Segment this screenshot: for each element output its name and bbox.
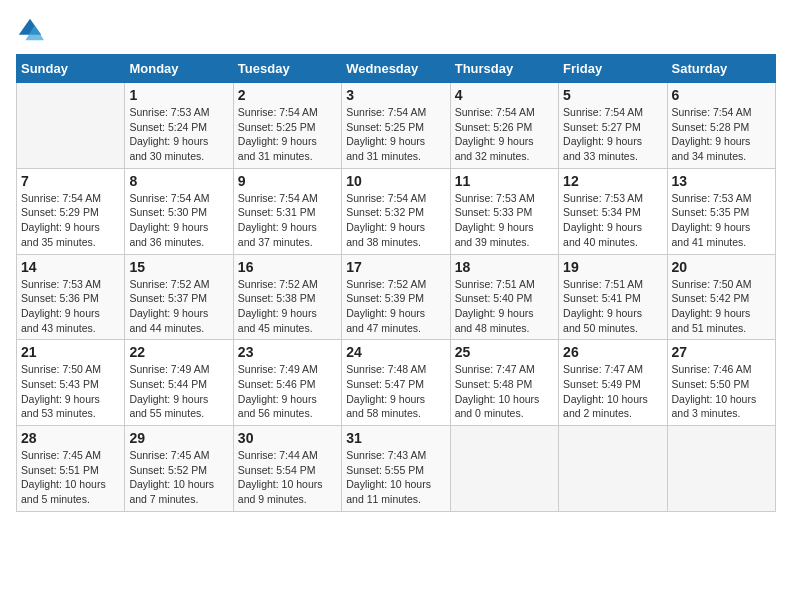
calendar-cell xyxy=(559,426,667,512)
weekday-header: Saturday xyxy=(667,55,775,83)
day-number: 20 xyxy=(672,259,771,275)
day-info: Sunrise: 7:53 AM Sunset: 5:34 PM Dayligh… xyxy=(563,191,662,250)
calendar-week-row: 14Sunrise: 7:53 AM Sunset: 5:36 PM Dayli… xyxy=(17,254,776,340)
calendar-body: 1Sunrise: 7:53 AM Sunset: 5:24 PM Daylig… xyxy=(17,83,776,512)
day-number: 13 xyxy=(672,173,771,189)
calendar-cell: 5Sunrise: 7:54 AM Sunset: 5:27 PM Daylig… xyxy=(559,83,667,169)
day-number: 16 xyxy=(238,259,337,275)
calendar-week-row: 7Sunrise: 7:54 AM Sunset: 5:29 PM Daylig… xyxy=(17,168,776,254)
day-number: 22 xyxy=(129,344,228,360)
calendar-cell: 9Sunrise: 7:54 AM Sunset: 5:31 PM Daylig… xyxy=(233,168,341,254)
day-info: Sunrise: 7:48 AM Sunset: 5:47 PM Dayligh… xyxy=(346,362,445,421)
day-number: 4 xyxy=(455,87,554,103)
day-info: Sunrise: 7:51 AM Sunset: 5:41 PM Dayligh… xyxy=(563,277,662,336)
day-info: Sunrise: 7:53 AM Sunset: 5:35 PM Dayligh… xyxy=(672,191,771,250)
calendar-cell: 7Sunrise: 7:54 AM Sunset: 5:29 PM Daylig… xyxy=(17,168,125,254)
day-info: Sunrise: 7:51 AM Sunset: 5:40 PM Dayligh… xyxy=(455,277,554,336)
weekday-header: Sunday xyxy=(17,55,125,83)
calendar-cell xyxy=(450,426,558,512)
day-number: 23 xyxy=(238,344,337,360)
logo-icon xyxy=(16,16,44,44)
weekday-header: Wednesday xyxy=(342,55,450,83)
day-info: Sunrise: 7:52 AM Sunset: 5:37 PM Dayligh… xyxy=(129,277,228,336)
day-number: 25 xyxy=(455,344,554,360)
calendar-cell: 16Sunrise: 7:52 AM Sunset: 5:38 PM Dayli… xyxy=(233,254,341,340)
calendar-cell: 15Sunrise: 7:52 AM Sunset: 5:37 PM Dayli… xyxy=(125,254,233,340)
calendar-cell: 10Sunrise: 7:54 AM Sunset: 5:32 PM Dayli… xyxy=(342,168,450,254)
calendar-table: SundayMondayTuesdayWednesdayThursdayFrid… xyxy=(16,54,776,512)
calendar-cell: 23Sunrise: 7:49 AM Sunset: 5:46 PM Dayli… xyxy=(233,340,341,426)
day-info: Sunrise: 7:54 AM Sunset: 5:32 PM Dayligh… xyxy=(346,191,445,250)
day-number: 2 xyxy=(238,87,337,103)
calendar-cell: 20Sunrise: 7:50 AM Sunset: 5:42 PM Dayli… xyxy=(667,254,775,340)
day-number: 11 xyxy=(455,173,554,189)
day-info: Sunrise: 7:54 AM Sunset: 5:31 PM Dayligh… xyxy=(238,191,337,250)
day-info: Sunrise: 7:53 AM Sunset: 5:36 PM Dayligh… xyxy=(21,277,120,336)
calendar-cell xyxy=(667,426,775,512)
day-number: 24 xyxy=(346,344,445,360)
day-number: 5 xyxy=(563,87,662,103)
day-info: Sunrise: 7:54 AM Sunset: 5:27 PM Dayligh… xyxy=(563,105,662,164)
day-number: 6 xyxy=(672,87,771,103)
day-number: 8 xyxy=(129,173,228,189)
weekday-header: Friday xyxy=(559,55,667,83)
day-info: Sunrise: 7:43 AM Sunset: 5:55 PM Dayligh… xyxy=(346,448,445,507)
day-info: Sunrise: 7:50 AM Sunset: 5:42 PM Dayligh… xyxy=(672,277,771,336)
day-info: Sunrise: 7:53 AM Sunset: 5:24 PM Dayligh… xyxy=(129,105,228,164)
day-number: 10 xyxy=(346,173,445,189)
calendar-week-row: 1Sunrise: 7:53 AM Sunset: 5:24 PM Daylig… xyxy=(17,83,776,169)
day-number: 12 xyxy=(563,173,662,189)
day-number: 26 xyxy=(563,344,662,360)
weekday-header: Thursday xyxy=(450,55,558,83)
calendar-cell: 28Sunrise: 7:45 AM Sunset: 5:51 PM Dayli… xyxy=(17,426,125,512)
calendar-header: SundayMondayTuesdayWednesdayThursdayFrid… xyxy=(17,55,776,83)
logo xyxy=(16,16,48,44)
day-number: 30 xyxy=(238,430,337,446)
day-info: Sunrise: 7:53 AM Sunset: 5:33 PM Dayligh… xyxy=(455,191,554,250)
calendar-cell: 6Sunrise: 7:54 AM Sunset: 5:28 PM Daylig… xyxy=(667,83,775,169)
day-info: Sunrise: 7:49 AM Sunset: 5:46 PM Dayligh… xyxy=(238,362,337,421)
day-number: 19 xyxy=(563,259,662,275)
calendar-cell: 31Sunrise: 7:43 AM Sunset: 5:55 PM Dayli… xyxy=(342,426,450,512)
day-number: 3 xyxy=(346,87,445,103)
calendar-cell: 26Sunrise: 7:47 AM Sunset: 5:49 PM Dayli… xyxy=(559,340,667,426)
calendar-cell: 25Sunrise: 7:47 AM Sunset: 5:48 PM Dayli… xyxy=(450,340,558,426)
day-number: 31 xyxy=(346,430,445,446)
page-header xyxy=(16,16,776,44)
day-info: Sunrise: 7:54 AM Sunset: 5:30 PM Dayligh… xyxy=(129,191,228,250)
day-number: 27 xyxy=(672,344,771,360)
day-info: Sunrise: 7:45 AM Sunset: 5:52 PM Dayligh… xyxy=(129,448,228,507)
calendar-cell: 27Sunrise: 7:46 AM Sunset: 5:50 PM Dayli… xyxy=(667,340,775,426)
day-number: 14 xyxy=(21,259,120,275)
weekday-header: Monday xyxy=(125,55,233,83)
calendar-cell: 18Sunrise: 7:51 AM Sunset: 5:40 PM Dayli… xyxy=(450,254,558,340)
day-info: Sunrise: 7:47 AM Sunset: 5:49 PM Dayligh… xyxy=(563,362,662,421)
day-info: Sunrise: 7:54 AM Sunset: 5:29 PM Dayligh… xyxy=(21,191,120,250)
day-info: Sunrise: 7:52 AM Sunset: 5:38 PM Dayligh… xyxy=(238,277,337,336)
calendar-cell: 12Sunrise: 7:53 AM Sunset: 5:34 PM Dayli… xyxy=(559,168,667,254)
day-number: 17 xyxy=(346,259,445,275)
calendar-cell: 8Sunrise: 7:54 AM Sunset: 5:30 PM Daylig… xyxy=(125,168,233,254)
day-number: 29 xyxy=(129,430,228,446)
day-info: Sunrise: 7:47 AM Sunset: 5:48 PM Dayligh… xyxy=(455,362,554,421)
day-number: 21 xyxy=(21,344,120,360)
calendar-cell: 30Sunrise: 7:44 AM Sunset: 5:54 PM Dayli… xyxy=(233,426,341,512)
calendar-cell: 13Sunrise: 7:53 AM Sunset: 5:35 PM Dayli… xyxy=(667,168,775,254)
calendar-cell: 22Sunrise: 7:49 AM Sunset: 5:44 PM Dayli… xyxy=(125,340,233,426)
calendar-cell xyxy=(17,83,125,169)
calendar-cell: 1Sunrise: 7:53 AM Sunset: 5:24 PM Daylig… xyxy=(125,83,233,169)
day-info: Sunrise: 7:52 AM Sunset: 5:39 PM Dayligh… xyxy=(346,277,445,336)
day-number: 28 xyxy=(21,430,120,446)
day-info: Sunrise: 7:54 AM Sunset: 5:25 PM Dayligh… xyxy=(346,105,445,164)
calendar-cell: 29Sunrise: 7:45 AM Sunset: 5:52 PM Dayli… xyxy=(125,426,233,512)
calendar-cell: 2Sunrise: 7:54 AM Sunset: 5:25 PM Daylig… xyxy=(233,83,341,169)
day-info: Sunrise: 7:50 AM Sunset: 5:43 PM Dayligh… xyxy=(21,362,120,421)
day-info: Sunrise: 7:54 AM Sunset: 5:25 PM Dayligh… xyxy=(238,105,337,164)
day-info: Sunrise: 7:49 AM Sunset: 5:44 PM Dayligh… xyxy=(129,362,228,421)
day-number: 18 xyxy=(455,259,554,275)
calendar-cell: 21Sunrise: 7:50 AM Sunset: 5:43 PM Dayli… xyxy=(17,340,125,426)
calendar-cell: 24Sunrise: 7:48 AM Sunset: 5:47 PM Dayli… xyxy=(342,340,450,426)
weekday-header: Tuesday xyxy=(233,55,341,83)
calendar-cell: 14Sunrise: 7:53 AM Sunset: 5:36 PM Dayli… xyxy=(17,254,125,340)
calendar-cell: 3Sunrise: 7:54 AM Sunset: 5:25 PM Daylig… xyxy=(342,83,450,169)
